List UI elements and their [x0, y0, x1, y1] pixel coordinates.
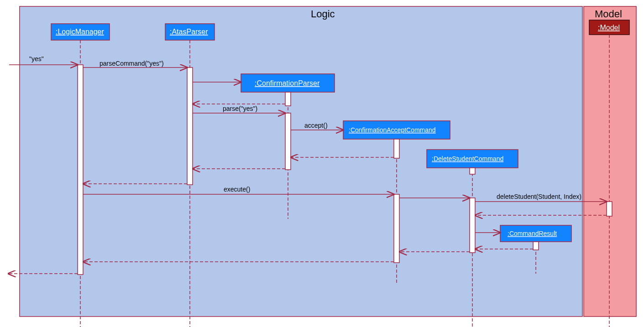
participant-command-result-label: :CommandResult — [508, 230, 557, 237]
participant-logic-manager-label: :LogicManager — [56, 28, 105, 36]
label-delete-student: deleteStudent(Student, Index) — [497, 193, 581, 200]
label-execute: execute() — [224, 186, 250, 193]
frame-logic-title: Logic — [311, 8, 335, 20]
frame-model — [584, 6, 636, 317]
participant-atas-parser: :AtasParser — [165, 24, 215, 40]
activation-logic-manager — [78, 65, 83, 275]
frame-model-title: Model — [595, 8, 622, 20]
activation-model — [607, 202, 612, 216]
participant-command-result: :CommandResult — [500, 225, 571, 242]
participant-confirmation-parser: :ConfirmationParser — [241, 74, 335, 92]
label-parse-command: parseCommand("yes") — [99, 60, 164, 67]
participant-logic-manager: :LogicManager — [51, 24, 110, 40]
label-accept: accept() — [304, 122, 328, 129]
activation-atas-parser — [187, 67, 193, 185]
activation-delete-student-command-2 — [470, 198, 475, 253]
participant-model-label: :Model — [598, 24, 620, 31]
participant-confirmation-parser-label: :ConfirmationParser — [255, 79, 320, 87]
participant-delete-student-command-label: :DeleteStudentCommand — [432, 155, 503, 162]
participant-atas-parser-label: :AtasParser — [170, 28, 208, 36]
participant-model: :Model — [589, 20, 629, 35]
activation-command-result — [533, 242, 539, 250]
label-parse: parse("yes") — [223, 105, 257, 112]
participant-confirmation-accept-command-label: :ConfirmationAcceptCommand — [349, 126, 436, 134]
participant-confirmation-accept-command: :ConfirmationAcceptCommand — [343, 121, 450, 139]
activation-confirmation-accept-command-2 — [394, 194, 399, 263]
participant-delete-student-command: :DeleteStudentCommand — [427, 150, 518, 168]
activation-confirmation-parser-2 — [285, 113, 291, 170]
activation-confirmation-parser-1 — [285, 92, 291, 106]
activation-delete-student-command-1 — [470, 168, 475, 174]
label-entry: "yes" — [29, 55, 44, 62]
activation-confirmation-accept-command-1 — [394, 139, 399, 158]
